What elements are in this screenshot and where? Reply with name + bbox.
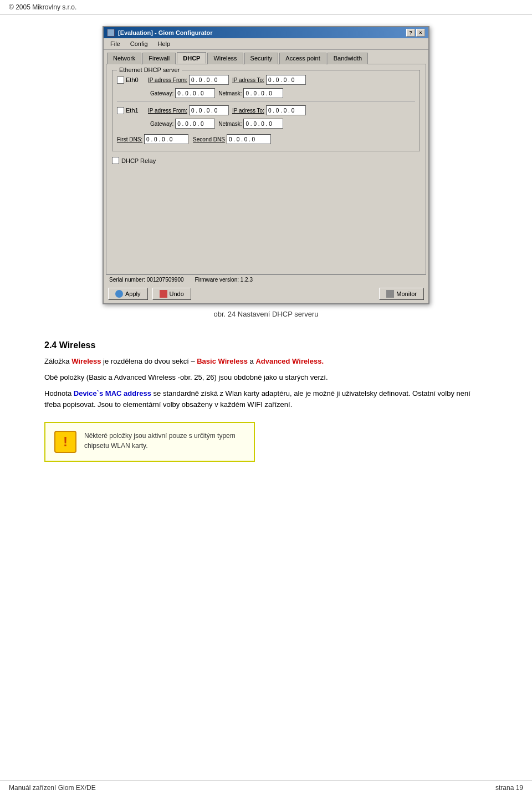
firmware-version: Firmware version: 1.2.3 [195,277,253,283]
eth1-checkbox[interactable] [117,107,124,114]
main-content: [Evaluation] - Giom Configurator ? × Fil… [0,15,532,473]
eth0-label: Eth0 [126,77,139,83]
para1-advanced: Advanced Wireless. [255,357,324,365]
eth1-ip-to-label-text: IP adress To: [232,108,264,114]
warning-text: Některé položky jsou aktivní pouze s urč… [84,431,245,451]
eth1-ip-to-input[interactable] [266,105,306,115]
second-dns-label-text: Second DNS [193,136,225,142]
eth1-ip-from-group: IP adress From: [148,105,229,115]
eth0-gateway-label: Gateway: [150,90,173,96]
eth1-gateway-input[interactable] [175,119,215,129]
eth0-checkbox[interactable] [117,77,124,84]
second-dns-group: Second DNS [193,134,271,144]
eth0-row: Eth0 IP adress From: IP adress To: [117,75,415,85]
titlebar-controls: ? × [406,29,425,37]
para1-prefix: Záložka [44,357,71,365]
tab-dhcp[interactable]: DHCP [177,52,206,64]
ethernet-dhcp-group: Ethernet DHCP server Eth0 IP adress From… [112,70,420,151]
dhcp-relay-checkbox[interactable] [112,157,119,164]
apply-icon [115,290,123,298]
tab-bandwidth[interactable]: Bandwidth [328,53,368,64]
menu-file[interactable]: File [106,39,125,48]
tab-accesspoint[interactable]: Access point [279,53,326,64]
monitor-icon [386,290,394,298]
eth0-ip-from-label-text: IP adress From: [148,77,187,83]
eth1-ip-from-label: IP adress From: [148,108,187,114]
eth0-ip-to-group: IP adress To: [232,75,306,85]
apply-label: Apply [125,291,141,297]
tab-security[interactable]: Security [244,53,279,64]
section-heading: 2.4 Wireless [44,340,488,350]
first-dns-label-text: First DNS: [117,136,142,142]
first-dns-group: First DNS: [117,134,188,144]
dhcp-relay-row: DHCP Relay [112,157,420,164]
eth0-netmask-input[interactable] [243,88,283,98]
undo-icon [160,290,167,298]
tab-wireless[interactable]: Wireless [207,53,243,64]
tab-network[interactable]: Network [107,53,141,64]
second-dns-input[interactable] [227,134,271,144]
titlebar: [Evaluation] - Giom Configurator ? × [104,27,428,38]
eth-divider [117,101,415,102]
paragraph-1: Záložka Wireless je rozdělena do dvou se… [44,356,488,368]
tabs: Network Firewall DHCP Wireless Security … [104,50,428,64]
eth1-checkbox-label: Eth1 [117,107,145,114]
eth1-ip-to-label: IP adress To: [232,108,264,114]
menu-help[interactable]: Help [154,39,175,48]
group-title: Ethernet DHCP server [117,67,182,73]
eth0-checkbox-label: Eth0 [117,77,145,84]
left-buttons: Apply Undo [108,288,191,300]
eth1-netmask-label: Netmask: [218,121,242,127]
screenshot-caption: obr. 24 Nastavení DHCP serveru [213,310,318,318]
eth1-label: Eth1 [126,107,139,114]
screenshot-wrapper: [Evaluation] - Giom Configurator ? × Fil… [44,26,488,329]
dialog-title: [Evaluation] - Giom Configurator [118,29,213,36]
tab-content: Ethernet DHCP server Eth0 IP adress From… [106,64,426,274]
tab-firewall[interactable]: Firewall [142,53,176,64]
undo-label: Undo [170,291,184,297]
footer-right: strana 19 [495,784,523,792]
warning-box: ! Některé položky jsou aktivní pouze s u… [44,422,255,462]
undo-button[interactable]: Undo [152,288,191,300]
eth1-gateway-row: Gateway: Netmask: [117,119,415,129]
help-button[interactable]: ? [406,29,415,37]
dialog-icon [107,29,115,37]
eth0-ip-from-input[interactable] [189,75,229,85]
eth1-gateway-label: Gateway: [150,121,173,127]
page-header: © 2005 Mikrovlny s.r.o. [0,0,532,15]
first-dns-input[interactable] [144,134,188,144]
eth1-ip-from-input[interactable] [189,105,229,115]
eth0-netmask-group: Netmask: [218,88,283,98]
titlebar-left: [Evaluation] - Giom Configurator [107,29,213,37]
footer-left: Manuál zařízení Giom EX/DE [9,784,96,792]
eth0-ip-to-input[interactable] [266,75,306,85]
paragraph-2: Obě položky (Basic a Advanced Wireless -… [44,372,488,384]
monitor-button[interactable]: Monitor [379,288,424,300]
close-button[interactable]: × [416,29,425,37]
para1-basic: Basic Wireless [197,357,248,365]
eth1-ip-to-group: IP adress To: [232,105,306,115]
win-dialog: [Evaluation] - Giom Configurator ? × Fil… [103,26,429,304]
eth0-ip-to-label-text: IP adress To: [232,77,264,83]
eth1-netmask-group: Netmask: [218,119,283,129]
eth0-gateway-input[interactable] [175,88,215,98]
dhcp-relay-label: DHCP Relay [121,157,156,164]
second-dns-label: Second DNS [193,136,225,142]
monitor-label: Monitor [396,291,417,297]
para1-wireless: Wireless [71,357,101,365]
menu-config[interactable]: Config [126,39,152,48]
first-dns-label: First DNS: [117,136,142,142]
eth0-gateway-row: Gateway: Netmask: [117,88,415,98]
eth1-netmask-input[interactable] [243,119,283,129]
page-footer: Manuál zařízení Giom EX/DE strana 19 [0,780,532,795]
para1-mid: je rozdělena do dvou sekcí – [101,357,197,365]
eth1-gateway-group: Gateway: [150,119,215,129]
para1-a: a [248,357,255,365]
warning-icon: ! [54,431,76,453]
eth0-ip-from-label: IP adress From: [148,77,187,83]
eth0-ip-from-group: IP adress From: [148,75,229,85]
paragraph-3: Hodnota Device`s MAC address se standard… [44,388,488,411]
eth1-ip-from-label-text: IP adress From: [148,108,187,114]
apply-button[interactable]: Apply [108,288,148,300]
company-name: © 2005 Mikrovlny s.r.o. [9,3,76,11]
